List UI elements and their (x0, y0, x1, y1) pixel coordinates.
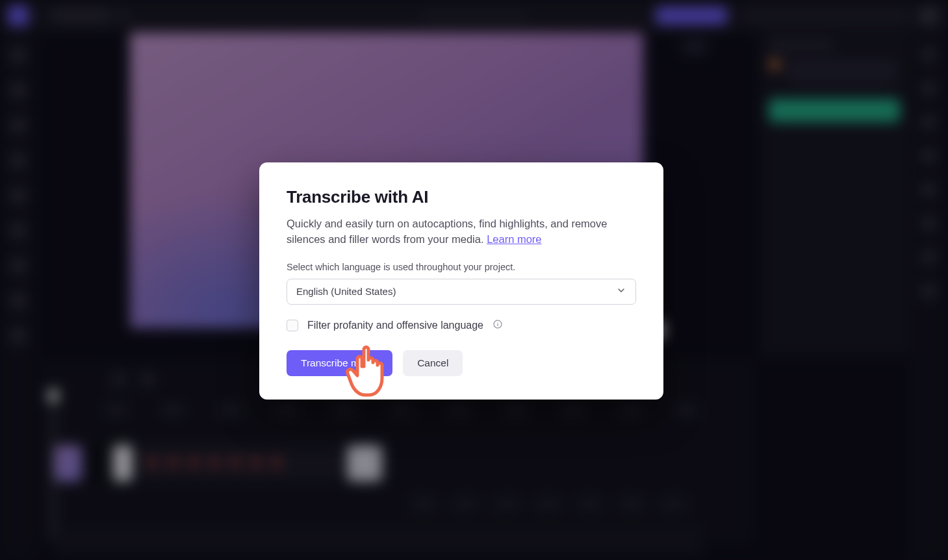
language-select[interactable]: English (United States) (287, 279, 636, 305)
filter-profanity-label: Filter profanity and offensive language (307, 320, 483, 331)
filter-profanity-checkbox[interactable] (287, 320, 298, 331)
language-selected-value: English (United States) (296, 286, 396, 297)
transcribe-media-button[interactable]: Transcribe media (287, 350, 392, 376)
learn-more-link[interactable]: Learn more (487, 233, 541, 245)
filter-profanity-row: Filter profanity and offensive language (287, 319, 636, 332)
svg-point-2 (498, 322, 498, 323)
modal-button-row: Transcribe media Cancel (287, 350, 636, 376)
modal-description: Quickly and easily turn on autocaptions,… (287, 216, 636, 248)
transcribe-modal: Transcribe with AI Quickly and easily tu… (259, 162, 663, 400)
modal-title: Transcribe with AI (287, 187, 636, 207)
cancel-button[interactable]: Cancel (403, 350, 463, 376)
info-icon[interactable] (493, 319, 503, 332)
chevron-down-icon (616, 285, 626, 298)
language-select-label: Select which language is used throughout… (287, 262, 636, 272)
modal-description-text: Quickly and easily turn on autocaptions,… (287, 218, 607, 245)
